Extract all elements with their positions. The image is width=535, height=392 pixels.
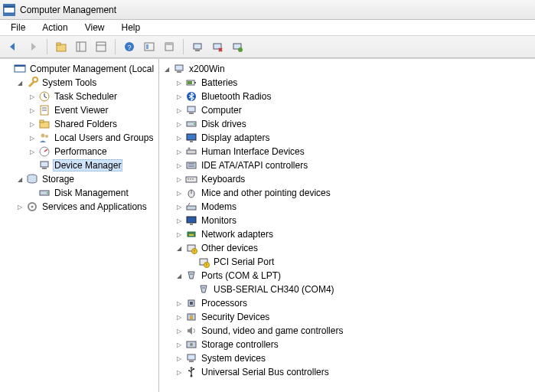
menu-view[interactable]: View [77, 21, 113, 34]
back-button[interactable] [5, 38, 21, 55]
update-button[interactable] [229, 38, 246, 55]
toolbar-icon[interactable] [141, 38, 158, 55]
expander-icon[interactable]: ▷ [175, 230, 183, 239]
expander-icon[interactable]: ▷ [28, 120, 36, 129]
help-button[interactable]: ? [121, 38, 138, 55]
cat-storage-controllers[interactable]: ▷Storage controllers [175, 338, 535, 351]
computer-node[interactable]: ◢ x200Win [162, 62, 535, 76]
cat-security[interactable]: ▷Security Devices [175, 310, 535, 324]
cat-usb[interactable]: ▷Universal Serial Bus controllers [175, 365, 535, 379]
expander-icon[interactable]: ▷ [175, 175, 183, 184]
tree-device-manager[interactable]: ▷ Device Manager [28, 158, 158, 172]
menu-file[interactable]: File [3, 21, 33, 34]
cat-other-devices[interactable]: ◢!Other devices [175, 241, 535, 255]
content-panes: ▷ Computer Management (Local ◢ System To… [0, 58, 535, 392]
cat-mice[interactable]: ▷Mice and other pointing devices [175, 186, 535, 200]
cat-display[interactable]: ▷Display adapters [175, 131, 535, 145]
svg-rect-6 [96, 42, 106, 51]
expander-icon[interactable]: ▷ [175, 79, 183, 87]
tree-performance[interactable]: ▷ Performance [28, 145, 158, 158]
scan-button[interactable] [189, 38, 206, 55]
svg-rect-3 [57, 43, 60, 45]
cat-keyboards[interactable]: ▷Keyboards [175, 172, 535, 186]
cat-system-devices[interactable]: ▷System devices [175, 351, 535, 365]
svg-point-73 [191, 273, 193, 275]
tree-task-scheduler[interactable]: ▷ Task Scheduler [28, 90, 158, 103]
cat-network[interactable]: ▷Network adapters [175, 227, 535, 241]
tree-label: Batteries [200, 77, 239, 88]
expander-icon[interactable]: ▷ [15, 203, 24, 211]
cat-batteries[interactable]: ▷Batteries [175, 76, 535, 90]
tree-disk-management[interactable]: ▷ Disk Management [28, 186, 158, 200]
hid-icon [185, 145, 197, 158]
console-tree-pane[interactable]: ▷ Computer Management (Local ◢ System To… [0, 59, 159, 392]
expander-icon[interactable]: ▷ [28, 148, 36, 156]
svg-text:!: ! [194, 249, 194, 253]
expander-icon[interactable]: ◢ [15, 79, 24, 87]
expander-icon[interactable]: ▷ [28, 93, 36, 101]
tree-storage[interactable]: ◢ Storage [15, 172, 158, 186]
expander-icon[interactable]: ▷ [175, 148, 183, 156]
cat-computer[interactable]: ▷Computer [175, 103, 535, 117]
device-tree-pane[interactable]: ◢ x200Win ▷Batteries ▷Bluetooth Radios ▷… [159, 59, 535, 392]
services-icon [26, 201, 38, 213]
expander-icon[interactable]: ▷ [175, 106, 183, 115]
dev-pci-serial[interactable]: ▷!PCI Serial Port [187, 255, 535, 269]
expander-icon[interactable]: ▷ [175, 93, 183, 101]
cat-modems[interactable]: ▷Modems [175, 200, 535, 214]
storage-icon [26, 173, 38, 185]
expander-icon[interactable]: ▷ [175, 368, 183, 377]
svg-rect-48 [187, 134, 196, 140]
svg-point-35 [47, 192, 48, 194]
expander-icon[interactable]: ▷ [28, 134, 36, 142]
svg-rect-42 [188, 81, 192, 84]
expander-icon[interactable]: ▷ [175, 354, 183, 363]
usb-icon [185, 366, 197, 378]
cat-disk-drives[interactable]: ▷Disk drives [175, 117, 535, 131]
tree-label: System devices [200, 353, 267, 364]
expander-icon[interactable]: ◢ [15, 175, 24, 184]
expander-icon[interactable]: ▷ [175, 327, 183, 335]
svg-rect-13 [165, 43, 173, 45]
cat-processors[interactable]: ▷Processors [175, 296, 535, 310]
cat-bluetooth[interactable]: ▷Bluetooth Radios [175, 90, 535, 103]
cat-ide[interactable]: ▷IDE ATA/ATAPI controllers [175, 158, 535, 172]
expander-icon[interactable]: ◢ [175, 272, 183, 280]
menu-action[interactable]: Action [34, 21, 75, 34]
tree-system-tools[interactable]: ◢ System Tools [15, 76, 158, 90]
expander-icon[interactable]: ▷ [175, 341, 183, 349]
expander-icon[interactable]: ▷ [175, 120, 183, 129]
expander-icon[interactable]: ▷ [175, 162, 183, 170]
cat-monitors[interactable]: ▷Monitors [175, 214, 535, 227]
tree-label: Mice and other pointing devices [200, 188, 332, 198]
uninstall-button[interactable] [209, 38, 226, 55]
expander-icon[interactable]: ▷ [175, 203, 183, 211]
expander-icon[interactable]: ◢ [162, 65, 171, 74]
tools-icon [26, 77, 38, 89]
show-hide-tree-button[interactable] [73, 38, 90, 55]
dev-usb-serial-ch340[interactable]: ▷USB-SERIAL CH340 (COM4) [187, 283, 535, 296]
cat-hid[interactable]: ▷Human Interface Devices [175, 145, 535, 158]
cat-sound[interactable]: ▷Sound, video and game controllers [175, 324, 535, 338]
up-button[interactable] [53, 38, 70, 55]
expander-icon[interactable]: ▷ [175, 299, 183, 308]
expander-icon[interactable]: ▷ [175, 313, 183, 322]
tree-local-users[interactable]: ▷ Local Users and Groups [28, 131, 158, 145]
toolbar-icon[interactable] [161, 38, 178, 55]
tree-root[interactable]: ▷ Computer Management (Local [3, 62, 158, 76]
expander-icon[interactable]: ▷ [175, 189, 183, 198]
expander-icon[interactable]: ▷ [28, 106, 36, 115]
expander-icon[interactable]: ◢ [175, 244, 183, 253]
forward-button[interactable] [24, 38, 41, 55]
menubar: File Action View Help [0, 20, 535, 35]
tree-services-apps[interactable]: ▷ Services and Applications [15, 200, 158, 214]
properties-button[interactable] [93, 38, 109, 55]
cat-ports[interactable]: ◢Ports (COM & LPT) [175, 269, 535, 283]
expander-icon[interactable]: ▷ [175, 217, 183, 225]
tree-label: Other devices [200, 243, 259, 253]
tree-label: Shared Folders [53, 119, 119, 129]
tree-shared-folders[interactable]: ▷ Shared Folders [28, 117, 158, 131]
menu-help[interactable]: Help [114, 21, 148, 34]
expander-icon[interactable]: ▷ [175, 134, 183, 142]
tree-event-viewer[interactable]: ▷ Event Viewer [28, 103, 158, 117]
